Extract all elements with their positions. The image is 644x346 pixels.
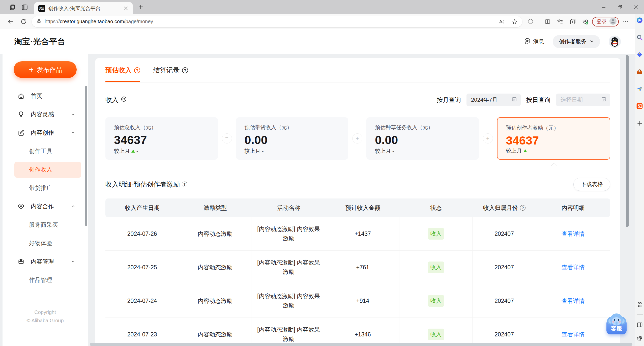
selected-card-notch [551, 163, 557, 169]
favorites-list-icon[interactable] [554, 16, 566, 27]
tab-close-icon[interactable] [123, 5, 129, 12]
user-avatar[interactable] [609, 36, 621, 48]
publish-button[interactable]: 发布作品 [14, 61, 77, 78]
view-details-link[interactable]: 查看详情 [562, 331, 585, 338]
browser-tab[interactable]: 光合 创作收入·淘宝光合平台 [34, 2, 133, 14]
table-row: 2024-07-23 内容动态激励 [内容动态激励] 内容效果激励 +1346 … [105, 318, 610, 346]
sidebar-item-home[interactable]: 首页 [3, 87, 88, 105]
sidebar-item-label: 好物体验 [29, 239, 52, 247]
tab-estimated-income[interactable]: 预估收入 ? [105, 58, 140, 82]
stat-sales-income[interactable]: 预估带货收入（元） 0.00 较上月- [236, 117, 348, 160]
url-text[interactable]: https://creator.guanghe.taobao.com/page/… [45, 19, 493, 24]
edgebar-divider [637, 314, 643, 315]
creator-service-label: 创作者服务 [559, 38, 587, 45]
stat-creator-incentive[interactable]: 预估创作者激励（元） 34637 较上月- [497, 117, 610, 160]
new-tab-icon[interactable] [138, 4, 144, 11]
shopping-icon[interactable] [636, 51, 643, 58]
capture-icon[interactable] [636, 301, 643, 308]
collections-icon[interactable] [567, 16, 578, 27]
settings-gear-icon[interactable] [636, 335, 643, 341]
copilot-icon[interactable] [636, 17, 643, 24]
copyright: Copyright © Alibaba Group [3, 308, 88, 346]
chevron-up-icon [71, 258, 75, 265]
sidebar-item-content-management[interactable]: 内容管理 [3, 252, 88, 271]
back-icon[interactable] [5, 16, 17, 27]
search-icon[interactable] [636, 34, 643, 41]
sidebar-item-cooperation[interactable]: 内容合作 [3, 197, 88, 216]
send-icon[interactable] [636, 85, 643, 92]
close-window-icon[interactable] [628, 0, 644, 14]
plus-connector: + [352, 133, 362, 143]
page-vertical-scrollbar[interactable] [626, 55, 629, 227]
sidebar-item-creation[interactable]: 内容创作 [3, 124, 88, 142]
site-logo[interactable]: 淘宝·光合平台 [14, 36, 65, 47]
read-aloud-icon[interactable] [496, 16, 507, 27]
browser-essentials-icon[interactable] [579, 16, 591, 27]
sidebar-item-inspiration[interactable]: 内容灵感 [3, 105, 88, 124]
extensions-icon[interactable] [525, 16, 536, 27]
message-bubble-icon [524, 38, 531, 46]
add-sidebar-icon[interactable] [636, 120, 643, 127]
plus-connector: + [483, 133, 493, 143]
stat-total-income[interactable]: 预估总收入（元） 34637 较上月- [105, 117, 218, 160]
tab-actions-icon[interactable] [19, 2, 31, 12]
refresh-icon[interactable] [18, 16, 29, 27]
more-menu-icon[interactable] [620, 16, 631, 27]
messages-button[interactable]: 消息 [524, 38, 544, 46]
sidebar-item-creation-tools[interactable]: 创作工具 [3, 142, 88, 160]
sidebar-item-label: 内容创作 [31, 129, 54, 137]
window-controls [596, 0, 644, 14]
edit-icon [18, 129, 24, 136]
view-details-link[interactable]: 查看详情 [562, 297, 585, 305]
customer-support-button[interactable]: 客服 [606, 311, 627, 334]
split-screen-icon[interactable] [542, 16, 553, 27]
messages-label: 消息 [533, 38, 544, 45]
table-row: 2024-07-26 内容动态激励 [内容动态激励] 内容效果激励 +1437 … [105, 217, 610, 251]
content-folder-icon [18, 258, 24, 265]
sidebar-scrollbar[interactable] [85, 86, 87, 226]
chevron-up-icon [71, 203, 75, 210]
workspaces-icon[interactable] [7, 2, 19, 12]
help-icon[interactable]: ? [182, 182, 187, 187]
help-icon[interactable]: ? [520, 205, 525, 211]
sidebar-item-label: 内容管理 [31, 258, 54, 266]
url-bar[interactable]: https://creator.guanghe.taobao.com/page/… [32, 16, 522, 27]
page-horizontal-scrollbar[interactable] [90, 343, 632, 346]
sidebar-item-label: 创作收入 [29, 166, 52, 174]
publish-label: 发布作品 [37, 66, 62, 74]
sidebar-item-label: 作品管理 [29, 276, 52, 284]
favorite-star-icon[interactable] [510, 16, 520, 27]
elephant-mascot-icon [606, 311, 627, 327]
trend-up-icon [131, 150, 135, 153]
view-details-link[interactable]: 查看详情 [562, 264, 585, 271]
view-details-link[interactable]: 查看详情 [562, 230, 585, 238]
tab-settlement-records[interactable]: 结算记录 ? [153, 58, 188, 82]
edge-sidebar [635, 14, 644, 346]
sidebar-item-works-management[interactable]: 作品管理 [3, 271, 88, 289]
side-panel-icon[interactable] [636, 321, 643, 328]
eye-icon[interactable] [121, 96, 127, 104]
date-picker-input[interactable]: 选择日期 [556, 94, 610, 106]
sidebar-item-creation-income[interactable]: 创作收入 [3, 160, 88, 179]
sidebar-item-promotion[interactable]: 带货推广 [3, 179, 88, 197]
help-icon[interactable]: ? [182, 67, 188, 73]
chevron-down-icon [590, 38, 594, 45]
creator-service-menu[interactable]: 创作者服务 [553, 35, 600, 48]
site-favicon: 光合 [38, 5, 45, 12]
month-picker-input[interactable]: 2024年7月 [466, 94, 521, 106]
kuaishou-icon[interactable] [636, 103, 643, 109]
lock-icon[interactable] [36, 18, 42, 25]
download-table-button[interactable]: 下载表格 [573, 178, 610, 191]
sidebar-item-service-purchase[interactable]: 服务商采买 [3, 216, 88, 234]
home-icon [18, 93, 24, 99]
stat-seeding-task-income[interactable]: 预估种草任务收入（元） 0.00 较上月- [366, 117, 479, 160]
help-icon[interactable]: ? [134, 67, 140, 73]
calendar-icon [601, 96, 607, 104]
tools-icon[interactable] [636, 68, 643, 75]
signin-button[interactable]: 登录 [592, 17, 619, 26]
sidebar-item-product-trial[interactable]: 好物体验 [3, 234, 88, 252]
restore-icon[interactable] [612, 0, 628, 14]
minimize-icon[interactable] [596, 0, 612, 14]
tab-title: 创作收入·淘宝光合平台 [48, 5, 119, 12]
income-section-title: 收入 [105, 96, 119, 104]
